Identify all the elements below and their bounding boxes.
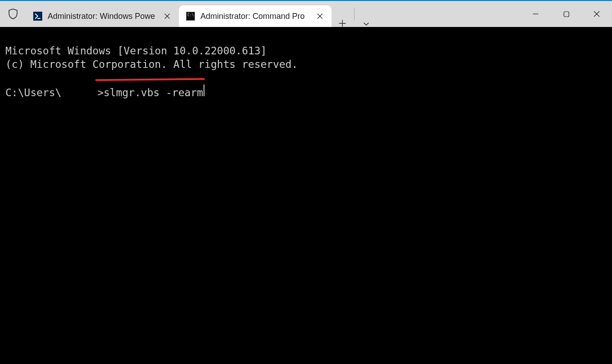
close-window-button[interactable] (581, 1, 612, 27)
new-tab-button[interactable] (332, 20, 353, 27)
chevron-down-icon (363, 21, 369, 27)
annotation-underline (95, 78, 205, 81)
uac-shield-icon (0, 1, 26, 27)
tab-close-button[interactable] (314, 10, 326, 22)
text-cursor (204, 84, 204, 96)
powershell-icon (33, 12, 42, 21)
cmd-icon: C:\ (186, 12, 195, 21)
prompt-line: C:\Users\>slmgr.vbs -rearm (5, 84, 607, 99)
maximize-icon (563, 11, 569, 17)
terminal-banner-line: Microsoft Windows [Version 10.0.22000.61… (5, 45, 267, 57)
close-icon (317, 13, 323, 19)
titlebar: Administrator: Windows Powe C:\ Administ… (0, 1, 612, 27)
redacted-username (62, 85, 97, 96)
window-controls (520, 1, 612, 27)
minimize-icon (532, 11, 539, 17)
tab-command-prompt[interactable]: C:\ Administrator: Command Pro (179, 5, 332, 27)
tab-close-button[interactable] (161, 10, 173, 22)
terminal-output[interactable]: Microsoft Windows [Version 10.0.22000.61… (0, 27, 612, 364)
tab-dropdown-button[interactable] (355, 21, 377, 27)
close-icon (594, 11, 600, 17)
terminal-copyright-line: (c) Microsoft Corporation. All rights re… (5, 58, 298, 70)
tab-powershell[interactable]: Administrator: Windows Powe (26, 5, 179, 27)
maximize-button[interactable] (551, 1, 581, 27)
prompt-prefix: C:\Users\ (5, 86, 62, 99)
minimize-button[interactable] (520, 1, 551, 27)
svg-text:C:\: C:\ (187, 13, 194, 17)
prompt-suffix: > (98, 86, 104, 99)
close-icon (164, 13, 170, 19)
tab-strip: Administrator: Windows Powe C:\ Administ… (26, 1, 377, 27)
svg-rect-1 (564, 12, 569, 17)
plus-icon (339, 20, 346, 27)
typed-command: slmgr.vbs -rearm (103, 86, 203, 99)
tab-title: Administrator: Command Pro (200, 12, 308, 21)
separator (354, 8, 355, 20)
tab-title: Administrator: Windows Powe (48, 12, 155, 21)
